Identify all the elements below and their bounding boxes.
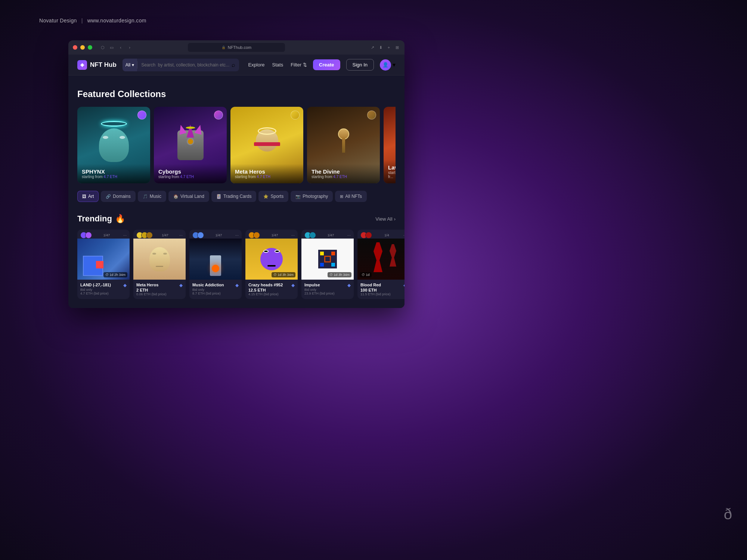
minimize-button[interactable] — [80, 45, 85, 50]
sidebar-toggle[interactable]: ▭ — [109, 44, 115, 50]
trending-card-header: 1/4 ··· — [357, 230, 405, 239]
music-icon: 🎵 — [143, 194, 148, 199]
avatar-2 — [197, 232, 204, 239]
trending-section: Trending 🔥 View All › 1/47 — [77, 214, 396, 299]
eth-icon: ◆ — [179, 283, 183, 288]
share-button[interactable]: ↗ — [369, 44, 375, 50]
filter-button[interactable]: Filter ⇅ — [291, 62, 307, 68]
sports-icon: ⭐ — [263, 194, 269, 199]
more-icon[interactable]: ··· — [291, 233, 295, 237]
grid-button[interactable]: ⊞ — [394, 44, 400, 50]
maximize-button[interactable] — [88, 45, 92, 50]
featured-grid: SPHYNX starting from 4.7 ETH — [77, 107, 396, 183]
search-select[interactable]: All ▾ — [123, 59, 137, 71]
avatar-button[interactable]: 👤 ▾ — [380, 59, 396, 71]
trending-avatars — [192, 232, 202, 239]
trending-card-header: 1/47 ··· — [245, 230, 298, 239]
featured-card-overlay: SPHYNX starting from 4.7 ETH — [77, 164, 150, 183]
featured-card-title: SPHYNX — [82, 168, 146, 175]
more-icon[interactable]: ··· — [347, 233, 351, 237]
featured-card-sphynx[interactable]: SPHYNX starting from 4.7 ETH — [77, 107, 150, 183]
avatar-2 — [85, 232, 92, 239]
add-tab-button[interactable]: + — [386, 44, 392, 50]
trending-card-header: 1/47 ··· — [189, 230, 242, 239]
trending-avatars — [304, 232, 314, 239]
featured-card-lava[interactable]: Lava starting fr... — [384, 107, 396, 183]
featured-card-metaheros[interactable]: Meta Heros starting from 4.7 ETH — [230, 107, 303, 183]
arrow-right-icon: › — [394, 216, 396, 222]
more-icon[interactable]: ··· — [403, 233, 405, 237]
eth-icon: ◆ — [235, 283, 239, 288]
url-bar[interactable]: 🔒 NFThub.com — [188, 43, 285, 52]
nav-stats[interactable]: Stats — [272, 62, 283, 68]
trending-card-bloodred[interactable]: 1/4 ··· ⏱ 1d Blood Red ◆ — [357, 230, 405, 299]
cat-tab-tradingcards[interactable]: 🃏 Trading Cards — [211, 191, 257, 202]
watermark: Novatur Design | www.novaturdesign.com — [39, 18, 146, 24]
bid-price: 23.9 ETH (bid price) — [304, 292, 351, 295]
trending-card-header: 1/47 ··· — [133, 230, 186, 239]
trending-card-header: 1/47 ··· — [301, 230, 354, 239]
trending-card-body: Meta Heros ◆ 2 ETH 0.06 ETH (bid price) — [133, 280, 186, 299]
trending-card-impulse[interactable]: 1/47 ··· ⏱ 1d — [301, 230, 354, 299]
featured-card-title: Meta Heros — [235, 168, 299, 175]
search-bar[interactable]: All ▾ ⌕ — [123, 59, 239, 71]
trending-card-land[interactable]: 1/47 ··· ⏱ 1d 2h 34m LAND (-27,-181) ◆ B… — [77, 230, 130, 299]
cat-tab-virtualland[interactable]: 🏠 Virtual Land — [168, 191, 209, 202]
view-all-button[interactable]: View All › — [375, 216, 396, 222]
trending-card-metaheros[interactable]: 1/47 ··· M — [133, 230, 186, 299]
cat-tab-photography-label: Photography — [303, 194, 328, 199]
nav-back[interactable]: ‹ — [118, 44, 124, 50]
cat-tab-allnfts[interactable]: ⊞ All NFTs — [335, 191, 367, 202]
bid-price: 4.15 ETH (bid price) — [248, 292, 295, 296]
cat-tab-music[interactable]: 🎵 Music — [138, 191, 166, 202]
cat-tab-domains[interactable]: 🔗 Domains — [101, 191, 135, 202]
featured-card-overlay: Cyborgs starting from 4.7 ETH — [154, 164, 227, 183]
main-content: Featured Collections SPHYNX startin — [68, 75, 405, 308]
more-icon[interactable]: ··· — [179, 233, 183, 237]
featured-card-divine[interactable]: The Divine starting from 4.7 ETH — [307, 107, 380, 183]
download-button[interactable]: ⬇ — [378, 44, 384, 50]
trending-card-crazyheads[interactable]: 1/47 ··· ⏱ 1d 3h 34m — [245, 230, 298, 299]
art-icon: 🖼 — [82, 194, 86, 199]
signin-button[interactable]: Sign In — [346, 59, 374, 71]
eth-icon: ◆ — [403, 283, 405, 288]
trending-card-price: 2 ETH — [136, 288, 183, 292]
featured-card-avatar — [137, 111, 146, 119]
url-text: NFThub.com — [228, 45, 252, 50]
trending-card-musicaddiction[interactable]: 1/47 ··· Music Addiction ◆ — [189, 230, 242, 299]
close-button[interactable] — [73, 45, 77, 50]
bid-price: 8.7 ETH (bid price) — [192, 292, 239, 295]
novatur-decorative-logo: ð — [724, 506, 732, 523]
trending-count: 1/47 — [328, 233, 334, 237]
logo[interactable]: ◈ NFT Hub — [77, 60, 117, 70]
avatar-chevron-icon: ▾ — [393, 61, 396, 68]
featured-card-subtitle: starting from 4.7 ETH — [235, 175, 299, 179]
trending-card-header: 1/47 ··· — [77, 230, 130, 239]
search-select-label: All — [125, 62, 130, 68]
avatar-2 — [309, 232, 316, 239]
trending-grid: 1/47 ··· ⏱ 1d 2h 34m LAND (-27,-181) ◆ B… — [77, 230, 396, 299]
trending-card-title: Impulse — [304, 283, 320, 287]
more-icon[interactable]: ··· — [123, 233, 127, 237]
trending-card-title: Blood Red — [360, 283, 381, 287]
more-icon[interactable]: ··· — [235, 233, 239, 237]
trending-avatars — [360, 232, 370, 239]
search-input-wrap: ⌕ — [137, 62, 239, 68]
create-button[interactable]: Create — [313, 59, 340, 70]
nav-forward[interactable]: › — [127, 44, 133, 50]
trending-card-body: Impulse ◆ Bid only 23.9 ETH (bid price) — [301, 280, 354, 298]
cat-tab-sports[interactable]: ⭐ Sports — [258, 191, 288, 202]
featured-card-subtitle: starting from 4.7 ETH — [82, 175, 146, 179]
back-button[interactable]: ⬡ — [100, 44, 106, 50]
cat-tab-allnfts-label: All NFTs — [345, 194, 362, 199]
featured-card-title: The Divine — [311, 168, 375, 175]
trending-title: Trending 🔥 — [77, 214, 125, 224]
featured-card-subtitle: starting from 4.7 ETH — [158, 175, 222, 179]
cat-tab-photography[interactable]: 📷 Photography — [291, 191, 333, 202]
watermark-brand: Novatur Design — [39, 18, 77, 24]
featured-card-cyborgs[interactable]: Cyborgs starting from 4.7 ETH — [154, 107, 227, 183]
browser-titlebar: ⬡ ▭ ‹ › 🔒 NFThub.com ↗ ⬇ + ⊞ — [68, 40, 405, 55]
nav-explore[interactable]: Explore — [248, 62, 264, 68]
cat-tab-art[interactable]: 🖼 Art — [77, 191, 99, 202]
search-input[interactable] — [141, 62, 229, 68]
